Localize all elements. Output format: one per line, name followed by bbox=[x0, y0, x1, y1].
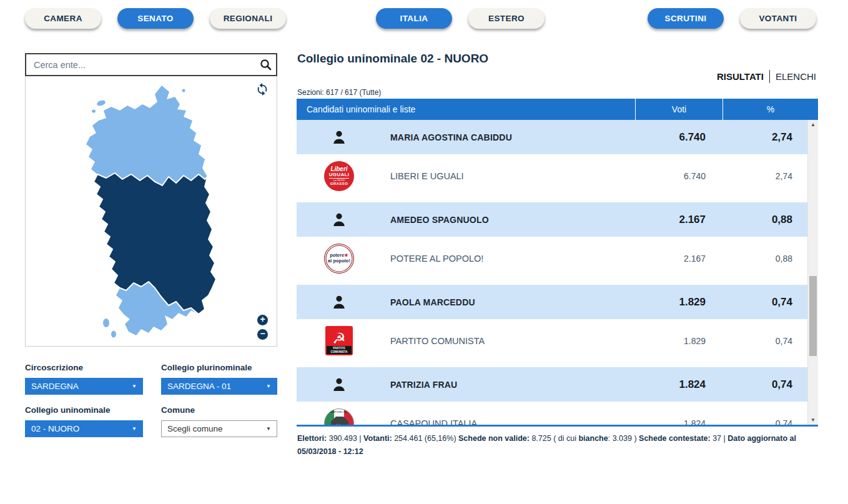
header-votes: Voti bbox=[635, 99, 722, 120]
nav-senato-button[interactable]: SENATO bbox=[117, 8, 194, 29]
summary-segment: 37 | bbox=[711, 434, 728, 443]
casapound-italia-logo: CASAPOUND ITALIA✕ bbox=[324, 408, 354, 425]
candidate-person-icon bbox=[324, 378, 354, 392]
candidate-votes: 1.824 bbox=[635, 378, 722, 391]
partito-comunista-logo: ☭PARTITOCOMUNISTA bbox=[325, 326, 353, 355]
summary-segment: Schede contestate: bbox=[639, 434, 711, 443]
table-scrollbar[interactable]: ▲ ▼ bbox=[807, 120, 818, 425]
candidate-row: AMEDEO SPAGNUOLO2.1670,88 bbox=[297, 202, 818, 237]
scrollbar-up-icon[interactable]: ▲ bbox=[808, 122, 818, 127]
candidate-name: AMEDEO SPAGNUOLO bbox=[390, 215, 489, 225]
list-votes: 6.740 bbox=[635, 171, 722, 181]
circoscrizione-select[interactable]: SARDEGNA▼ bbox=[25, 378, 143, 395]
candidate-name: MARIA AGOSTINA CABIDDU bbox=[390, 132, 512, 142]
list-name: POTERE AL POPOLO! bbox=[390, 254, 483, 264]
candidate-percent: 2,74 bbox=[722, 131, 818, 144]
summary-segment: Elettori: bbox=[297, 434, 327, 443]
potere-al-popolo-logo: potere★al popolo! bbox=[324, 244, 354, 274]
scrollbar-down-icon[interactable]: ▼ bbox=[808, 417, 818, 423]
summary-segment: 8.725 ( di cui bbox=[530, 434, 579, 443]
chevron-down-icon: ▼ bbox=[132, 426, 137, 432]
tab-elenchi[interactable]: ELENCHI bbox=[776, 71, 816, 82]
summary-segment: Votanti: bbox=[363, 434, 392, 443]
circoscrizione-label: Circoscrizione bbox=[25, 363, 143, 372]
candidate-person-icon bbox=[324, 295, 354, 309]
summary-segment: bianche bbox=[578, 434, 608, 443]
result-group: PAOLA MARCEDDU1.8290,74☭PARTITOCOMUNISTA… bbox=[297, 285, 818, 362]
filter-comune: ComuneScegli comune▼ bbox=[161, 405, 277, 437]
tab-separator bbox=[769, 70, 770, 83]
header-candidates: Candidati uninominali e liste bbox=[297, 104, 635, 114]
list-row: potere★al popolo!POTERE AL POPOLO!2.1670… bbox=[297, 237, 818, 280]
map-refresh-icon[interactable] bbox=[255, 82, 269, 99]
circoscrizione-value: SARDEGNA bbox=[31, 382, 79, 391]
filter-collegio-uninominale: Collegio uninominale02 - NUORO▼ bbox=[25, 405, 143, 437]
list-name: LIBERI E UGUALI bbox=[390, 171, 464, 181]
comune-select[interactable]: Scegli comune▼ bbox=[161, 420, 277, 437]
candidate-name: PATRIZIA FRAU bbox=[390, 380, 457, 390]
candidate-row: PAOLA MARCEDDU1.8290,74 bbox=[297, 285, 818, 319]
area-nav: ITALIAESTERO bbox=[376, 8, 545, 29]
list-row: ☭PARTITOCOMUNISTAPARTITO COMUNISTA1.8290… bbox=[297, 319, 818, 362]
summary-segment: Schede non valide: bbox=[458, 434, 530, 443]
list-row: LiberiUGUALIcon PIETROGRASSOLIBERI E UGU… bbox=[297, 154, 818, 197]
view-tabs: RISULTATI ELENCHI bbox=[297, 70, 816, 83]
map-island-asinara bbox=[96, 99, 106, 107]
list-name: PARTITO COMUNISTA bbox=[390, 336, 485, 346]
map-zoom-in-button[interactable]: + bbox=[257, 315, 268, 325]
result-group: AMEDEO SPAGNUOLO2.1670,88potere★al popol… bbox=[297, 202, 818, 280]
search-input[interactable] bbox=[26, 60, 255, 70]
list-percent: 2,74 bbox=[722, 171, 818, 181]
nav-votanti-button[interactable]: VOTANTI bbox=[740, 8, 816, 29]
territory-filters: CircoscrizioneSARDEGNA▼Collegio plurinom… bbox=[25, 363, 277, 437]
scrollbar-thumb[interactable] bbox=[809, 276, 817, 356]
collegio-plurinominale-value: SARDEGNA - 01 bbox=[167, 382, 231, 391]
filter-collegio-plurinominale: Collegio plurinominaleSARDEGNA - 01▼ bbox=[161, 363, 277, 395]
map-island-sanpietro bbox=[111, 331, 116, 338]
map-island-santantioco bbox=[103, 319, 109, 327]
chevron-down-icon: ▼ bbox=[266, 383, 271, 389]
list-percent: 0,74 bbox=[722, 336, 818, 346]
nav-scrutini-button[interactable]: SCRUTINI bbox=[648, 8, 724, 29]
list-votes: 1.824 bbox=[635, 418, 722, 425]
liberi-e-uguali-logo: LiberiUGUALIcon PIETROGRASSO bbox=[324, 161, 354, 191]
comune-label: Comune bbox=[161, 405, 277, 415]
collegio-uninominale-value: 02 - NUORO bbox=[31, 424, 79, 433]
sections-info: Sezioni: 617 / 617 (Tutte) bbox=[297, 88, 381, 97]
list-name: CASAPOUND ITALIA bbox=[390, 418, 477, 425]
nav-regionali-button[interactable]: REGIONALI bbox=[210, 8, 286, 29]
candidate-person-icon bbox=[324, 131, 354, 144]
map-island-maddalena bbox=[182, 89, 185, 92]
result-group: PATRIZIA FRAU1.8240,74CASAPOUND ITALIA✕C… bbox=[297, 367, 818, 425]
candidate-row: MARIA AGOSTINA CABIDDU6.7402,74 bbox=[297, 120, 818, 154]
candidate-person-icon bbox=[324, 213, 354, 227]
summary-segment: 254.461 (65,16%) bbox=[392, 434, 458, 443]
turnout-summary: Elettori: 390.493 | Votanti: 254.461 (65… bbox=[297, 432, 818, 459]
collegio-uninominale-select[interactable]: 02 - NUORO▼ bbox=[25, 420, 143, 437]
candidate-percent: 0,74 bbox=[722, 378, 818, 391]
election-type-nav: CAMERASENATOREGIONALI bbox=[25, 8, 286, 29]
results-table: Candidati uninominali e liste Voti % MAR… bbox=[297, 99, 818, 427]
candidate-row: PATRIZIA FRAU1.8240,74 bbox=[297, 367, 818, 402]
nav-italia-button[interactable]: ITALIA bbox=[376, 8, 452, 29]
chevron-down-icon: ▼ bbox=[132, 383, 137, 389]
candidate-percent: 0,88 bbox=[722, 214, 818, 226]
table-bottom-border bbox=[297, 425, 818, 427]
nav-camera-button[interactable]: CAMERA bbox=[25, 8, 101, 29]
table-body: MARIA AGOSTINA CABIDDU6.7402,74LiberiUGU… bbox=[297, 120, 818, 425]
hammer-sickle-icon: ☭ bbox=[332, 330, 346, 347]
nav-estero-button[interactable]: ESTERO bbox=[468, 8, 545, 29]
candidate-name: PAOLA MARCEDDU bbox=[390, 297, 475, 307]
chevron-down-icon: ▼ bbox=[266, 426, 271, 432]
candidate-votes: 6.740 bbox=[635, 131, 722, 144]
data-type-nav: SCRUTINIVOTANTI bbox=[648, 8, 816, 29]
page-title: Collegio uninominale 02 - NUORO bbox=[297, 52, 488, 66]
list-percent: 0,74 bbox=[722, 418, 818, 425]
region-map: + − bbox=[25, 76, 277, 347]
candidate-percent: 0,74 bbox=[722, 296, 818, 309]
map-zoom-out-button[interactable]: − bbox=[257, 329, 268, 340]
map-island-small-nw bbox=[92, 110, 96, 113]
search-icon[interactable] bbox=[255, 59, 276, 71]
tab-risultati[interactable]: RISULTATI bbox=[717, 71, 764, 82]
collegio-plurinominale-select[interactable]: SARDEGNA - 01▼ bbox=[161, 378, 277, 395]
